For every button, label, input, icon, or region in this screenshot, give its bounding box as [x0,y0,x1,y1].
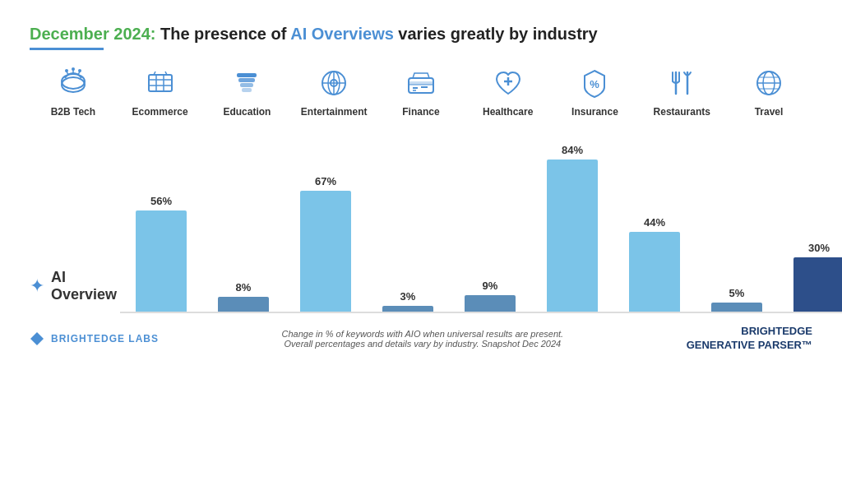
healthcare-icon [492,65,525,101]
footer-note-line1: Change in % of keywords with AIO when un… [159,329,687,339]
healthcare-label: Healthcare [483,106,533,119]
b2b-tech-icon [57,65,90,101]
svg-text:%: % [590,78,600,90]
travel-icon [752,65,785,101]
title-date: December 2024: [30,25,155,43]
title-underline [30,48,104,50]
restaurants-icon [665,65,698,101]
footer-logo-text: BRIGHTEDGE LABS [51,333,159,344]
footer: BRIGHTEDGE LABS Change in % of keywords … [30,325,812,353]
finance-icon [405,65,437,101]
industry-healthcare: Healthcare [467,65,549,127]
svg-rect-17 [240,83,253,87]
svg-rect-15 [237,73,257,77]
bar-entertainment-rect [382,306,433,312]
title-middle: The presence of [155,25,290,43]
bar-insurance-rect [629,232,680,312]
bar-travel: 30% [778,132,842,312]
svg-point-6 [72,67,75,71]
bar-finance: 9% [449,132,531,312]
bar-ecommerce-rect [218,297,269,312]
restaurants-label: Restaurants [654,106,710,119]
svg-point-7 [78,69,81,72]
bar-b2b-tech: 56% [120,132,202,312]
page-title: December 2024: The presence of AI Overvi… [30,23,812,44]
bar-education-label: 67% [315,175,336,187]
bar-entertainment: 3% [367,132,449,312]
bar-finance-label: 9% [483,280,498,292]
bar-education: 67% [285,132,367,312]
bar-finance-rect [465,295,516,312]
b2b-tech-label: B2B Tech [51,106,95,119]
ai-overview-legend-label: AI Overview [51,269,120,303]
svg-rect-18 [242,88,252,92]
page-container: December 2024: The presence of AI Overvi… [0,0,842,504]
bar-ecommerce-label: 8% [236,281,252,294]
bar-travel-rect [793,257,842,312]
svg-rect-8 [149,75,172,91]
bar-insurance-label: 44% [644,216,665,229]
svg-marker-41 [30,332,44,345]
ai-overview-diamond-icon: ✦ [30,277,44,295]
industry-b2b-tech: B2B Tech [32,65,114,127]
education-icon [230,65,263,101]
bar-b2b-tech-label: 56% [150,195,172,207]
footer-brand: BRIGHTEDGE GENERATIVE PARSER™ [687,325,812,353]
finance-label: Finance [402,106,439,119]
svg-rect-25 [409,81,433,85]
bar-healthcare: 84% [531,132,613,312]
industry-entertainment: Entertainment [293,65,375,127]
bars-section: 56% 8% 67% 3% 9% [120,132,842,313]
bar-healthcare-label: 84% [562,144,583,156]
title-highlight: AI Overviews [290,25,394,43]
svg-point-1 [62,74,85,89]
svg-rect-16 [238,78,255,82]
industry-ecommerce: Ecommerce [119,65,201,127]
svg-point-5 [65,69,68,72]
industries-row: B2B Tech Ecommerce [30,65,812,127]
bar-b2b-tech-rect [136,210,187,312]
insurance-label: Insurance [571,106,618,119]
footer-logo: BRIGHTEDGE LABS [30,331,159,346]
footer-note: Change in % of keywords with AIO when un… [159,329,687,349]
bar-education-rect [300,191,351,312]
svg-rect-24 [409,78,433,93]
brightedge-logo-icon [30,331,44,346]
industry-travel: Travel [728,65,810,127]
footer-brand-line2: GENERATIVE PARSER™ [687,339,812,353]
bar-restaurants: 5% [696,132,778,312]
industry-education: Education [206,65,288,127]
travel-label: Travel [755,106,784,119]
bar-healthcare-rect [547,160,598,312]
svg-point-0 [62,77,85,92]
footer-brand-line1: BRIGHTEDGE [687,325,812,339]
industry-insurance: % Insurance [553,65,636,127]
bar-restaurants-rect [711,303,762,312]
bar-travel-label: 30% [808,242,830,254]
bar-entertainment-label: 3% [400,290,416,303]
ecommerce-icon [144,65,177,101]
industry-restaurants: Restaurants [641,65,723,127]
bar-ecommerce: 8% [202,132,285,312]
insurance-icon: % [578,65,611,101]
bar-restaurants-label: 5% [729,287,745,299]
ecommerce-label: Ecommerce [132,106,188,119]
entertainment-icon [317,65,350,101]
industry-finance: Finance [380,65,462,127]
footer-note-line2: Overall percentages and details vary by … [159,339,687,349]
ai-overview-legend: ✦ AI Overview [30,269,120,303]
title-suffix: varies greatly by industry [394,25,598,43]
bar-insurance: 44% [613,132,696,312]
entertainment-label: Entertainment [301,106,368,119]
education-label: Education [223,106,271,119]
